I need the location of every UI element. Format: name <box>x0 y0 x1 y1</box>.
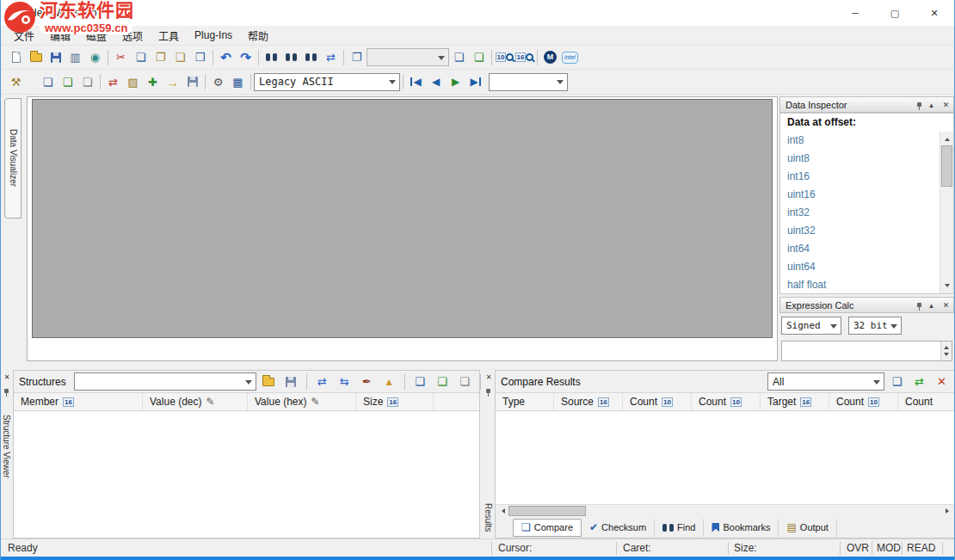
tab-compare[interactable]: ❏ Compare <box>513 519 582 537</box>
edit-structure-icon[interactable]: ✒ <box>357 372 377 391</box>
dropdown-arrow-icon[interactable] <box>827 317 841 334</box>
motorola-byte-order-icon[interactable]: M <box>540 48 560 67</box>
dropdown-arrow-icon[interactable] <box>385 74 399 90</box>
list-item[interactable]: int16 <box>780 168 940 186</box>
find-combo[interactable] <box>367 48 449 66</box>
recompare-icon[interactable]: ⇄ <box>909 372 929 391</box>
copy-results-icon[interactable]: ❏ <box>887 372 907 391</box>
open-structure-icon[interactable] <box>259 372 279 391</box>
list-item[interactable]: int32 <box>780 204 940 222</box>
close-panel-icon[interactable]: ✕ <box>2 372 12 383</box>
column-header-size[interactable]: Size 16 <box>356 393 434 410</box>
undo-icon[interactable]: ↶ <box>216 48 236 67</box>
dropdown-arrow-icon[interactable] <box>870 373 884 390</box>
save-file-icon[interactable] <box>46 48 65 67</box>
scrollbar-thumb[interactable] <box>941 145 952 187</box>
goto-offset-icon[interactable]: → <box>163 72 182 91</box>
list-item[interactable]: uint16 <box>780 186 940 204</box>
find-backward-icon[interactable] <box>301 48 321 67</box>
paste-icon[interactable]: ❐ <box>151 48 170 67</box>
column-header-count-4[interactable]: Count <box>898 393 955 410</box>
character-table-icon[interactable]: ▦ <box>228 72 248 91</box>
print-icon[interactable]: ▥ <box>65 48 85 67</box>
copy-as-source-icon[interactable]: ❏ <box>58 72 77 91</box>
scrollbar-thumb[interactable] <box>508 506 586 516</box>
insert-bytes-icon[interactable]: ✚ <box>143 72 163 91</box>
status-read-indicator[interactable]: READ <box>907 542 935 554</box>
swap-bytes-icon[interactable]: ⇄ <box>103 72 123 91</box>
minimize-button[interactable]: ─ <box>835 0 875 26</box>
scroll-down-icon[interactable] <box>944 353 949 359</box>
close-panel-icon[interactable]: ✕ <box>484 372 494 383</box>
horizontal-scrollbar[interactable] <box>496 504 955 517</box>
fill-bytes-icon[interactable]: ▨ <box>123 72 143 91</box>
column-header-member[interactable]: Member 16 <box>14 393 143 410</box>
copy-value-icon[interactable]: ❏ <box>433 372 453 391</box>
structures-combo[interactable] <box>74 372 256 391</box>
mdi-client-area[interactable] <box>32 99 773 338</box>
copy-as-hex-icon[interactable]: ❏ <box>38 72 58 91</box>
pin-icon[interactable] <box>917 102 921 107</box>
compare-files-icon[interactable]: ❐ <box>347 48 367 67</box>
options-gear-icon[interactable]: ⚙ <box>208 72 228 91</box>
pin-icon[interactable] <box>917 303 921 307</box>
list-item[interactable]: uint8 <box>780 150 940 168</box>
vertical-scrollbar[interactable] <box>940 132 953 293</box>
cut-icon[interactable]: ✂ <box>111 48 131 67</box>
list-item[interactable]: int8 <box>780 132 940 150</box>
list-item[interactable]: int64 <box>780 240 940 258</box>
tools-hammer-icon[interactable]: ⚒ <box>6 72 26 91</box>
dropdown-arrow-icon[interactable] <box>887 317 901 334</box>
expression-calc-header[interactable]: Expression Calc ▴ ✕ <box>779 297 954 313</box>
status-ovr-indicator[interactable]: OVR <box>847 542 869 554</box>
expression-input[interactable] <box>781 341 952 361</box>
scroll-down-icon[interactable] <box>940 280 953 293</box>
tab-find[interactable]: Find <box>655 519 704 537</box>
redo-icon[interactable]: ↷ <box>236 48 256 67</box>
paste-special-icon[interactable]: ❑ <box>170 48 190 67</box>
find-icon[interactable] <box>262 48 281 67</box>
list-item[interactable]: uint64 <box>780 258 940 276</box>
encoding-combo[interactable]: Legacy ASCII <box>254 73 400 91</box>
bookmark-last-icon[interactable]: ▶ <box>465 72 485 91</box>
sync-structures-icon[interactable]: ⇄ <box>312 372 332 391</box>
find-forward-icon[interactable] <box>281 48 301 67</box>
menu-help[interactable]: 帮助 <box>240 28 276 43</box>
goto-hex-icon[interactable]: 16 <box>514 48 534 67</box>
save-selection-icon[interactable] <box>182 72 202 91</box>
intel-byte-order-icon[interactable]: intel <box>560 48 580 67</box>
data-visualizer-tab[interactable]: Data Visualizer <box>4 98 22 218</box>
open-file-icon[interactable] <box>26 48 46 67</box>
bookmark-first-icon[interactable]: ◀ <box>406 72 426 91</box>
column-header-source[interactable]: Source 16 <box>554 393 623 410</box>
tab-checksum[interactable]: ✔ Checksum <box>582 519 655 537</box>
find-next-result-icon[interactable]: ❏ <box>449 48 469 67</box>
column-header-value-dec[interactable]: Value (dec) ✎ <box>143 393 248 410</box>
results-filter-combo[interactable]: All <box>767 372 884 391</box>
column-header-type[interactable]: Type <box>496 393 554 410</box>
close-panel-icon[interactable]: ✕ <box>941 101 951 109</box>
mini-scrollbar[interactable] <box>940 342 952 360</box>
list-item[interactable]: uint32 <box>780 222 940 240</box>
compare-results-body[interactable] <box>496 411 955 504</box>
sign-combo[interactable]: Signed <box>781 317 841 335</box>
goto-decimal-icon[interactable]: 10 <box>495 48 514 67</box>
column-header-target[interactable]: Target 16 <box>761 393 829 410</box>
data-inspector-header[interactable]: Data Inspector ▴ ✕ <box>779 96 954 113</box>
bookmark-next-icon[interactable]: ▶ <box>446 72 465 91</box>
replace-icon[interactable]: ⇄ <box>321 48 341 67</box>
copy-member-icon[interactable]: ❏ <box>410 372 430 391</box>
tab-bookmarks[interactable]: Bookmarks <box>704 519 779 537</box>
save-structure-icon[interactable] <box>281 372 301 391</box>
close-panel-icon[interactable]: ✕ <box>941 301 951 310</box>
column-header-value-hex[interactable]: Value (hex) ✎ <box>248 393 356 410</box>
bookmark-prev-icon[interactable]: ◀ <box>426 72 446 91</box>
clipboard-history-icon[interactable]: ❒ <box>190 48 210 67</box>
dropdown-arrow-icon[interactable] <box>242 373 256 390</box>
collapse-icon[interactable]: ▴ <box>927 101 936 109</box>
status-mod-indicator[interactable]: MOD <box>877 542 901 554</box>
copy-size-icon[interactable]: ❏ <box>455 372 475 391</box>
pin-icon[interactable] <box>486 389 490 393</box>
dropdown-arrow-icon[interactable] <box>434 49 448 65</box>
dropdown-arrow-icon[interactable] <box>553 74 567 90</box>
